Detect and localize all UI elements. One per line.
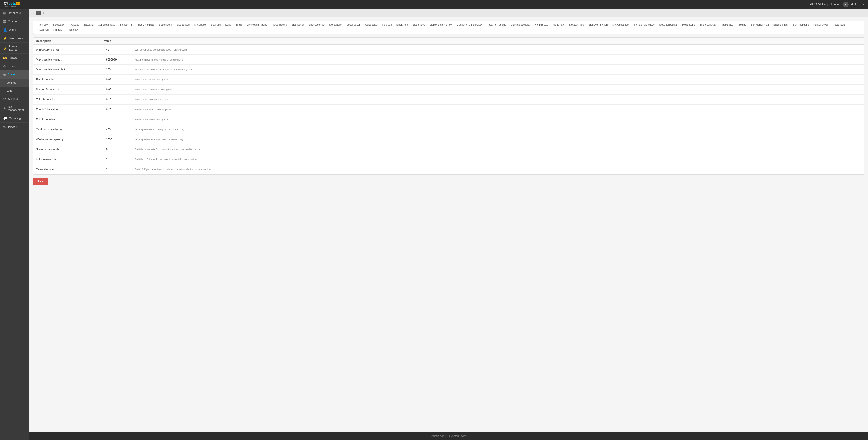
sidebar-item-dashboard[interactable]: ⊞ Dashboard ›: [0, 9, 29, 18]
col-header-val: Value: [104, 39, 861, 42]
sidebar-item-content[interactable]: ☰ Content ›: [0, 18, 29, 26]
game-tab-caribbean-stud[interactable]: Caribbean Stud: [96, 23, 117, 27]
game-tab-royal-jacks[interactable]: Royal jacks: [831, 23, 847, 27]
game-tab-ultimate-baccarat[interactable]: Ultimate baccarat: [509, 23, 532, 27]
row-hint-first-fiche-value: Value of the first fiche in-game.: [131, 78, 861, 81]
sidebar-item-prematch-events[interactable]: ⚡ Prematch Events ›: [0, 42, 29, 54]
game-tab-gentlemens-blackjack[interactable]: Gentlemens BlackJack: [455, 23, 484, 27]
arrow-icon: ›: [26, 57, 26, 59]
input-show-game-credits[interactable]: [104, 147, 131, 152]
input-win-occurrence[interactable]: [104, 47, 131, 52]
sidebar-item-casino[interactable]: ◉ Casino ›: [0, 70, 29, 79]
risk-icon: ⚑: [3, 107, 6, 111]
game-tab-mega-keno[interactable]: Mega Keno: [680, 23, 696, 27]
game-tab-slot-hooligans[interactable]: Slot Hooligans: [791, 23, 811, 27]
game-tab-tiki-gold[interactable]: Tiki gold: [51, 28, 64, 32]
game-tab-mega-lotto[interactable]: Mega lotto: [551, 23, 566, 27]
input-max-possible-winning-bet[interactable]: [104, 67, 131, 72]
game-tab-slot-jackpot-star[interactable]: Slot Jackpot star: [657, 23, 679, 27]
sidebar-item-risk-management[interactable]: ⚑ Risk management ›: [0, 103, 29, 114]
game-tab-slot-money-man[interactable]: Slot Money man: [749, 23, 771, 27]
sidebar-item-live-events[interactable]: ⚡ Live Events ›: [0, 34, 29, 42]
game-tab-slot-soccer-3d[interactable]: Slot soccer 3D: [307, 23, 327, 27]
game-tab-scratch-fruit[interactable]: Scratch fruit: [118, 23, 135, 27]
game-tab-red-dog[interactable]: Red dog: [381, 23, 394, 27]
game-tab-slot-even-steven[interactable]: Slot Even Steven: [587, 23, 609, 27]
game-tab-royal-red[interactable]: Royal red: [36, 28, 50, 32]
game-tab-slot-ghost-rider[interactable]: Slot Ghost rider: [610, 23, 631, 27]
row-label-fifth-fiche-value: Fifth fiche value: [36, 118, 104, 121]
game-tab-bingo-bonanza[interactable]: Bingo bonanza: [698, 23, 718, 27]
input-card-turn-speed[interactable]: [104, 127, 131, 132]
row-hint-win-occurrence: Win occurrence percentage (100 = always …: [131, 48, 861, 51]
logo-subtitle: crypto casino: [4, 5, 20, 7]
game-tab-slot-space[interactable]: Slot space: [192, 23, 208, 27]
sidebar-item-reports[interactable]: 🏷 Reports ›: [0, 123, 29, 131]
game-tab-high-low[interactable]: High Low: [36, 23, 50, 27]
table-row: Second fiche valueValue of the second fi…: [33, 85, 864, 95]
game-tab-hasselguy[interactable]: Hasselguy: [65, 28, 80, 32]
settings-icon: ⚙: [3, 97, 6, 101]
game-tab-trotting[interactable]: Trotting: [736, 23, 748, 27]
table-row: Win/loose text speed (ms)Time speed dura…: [33, 134, 864, 145]
game-tab-blackjack[interactable]: BlackJack: [51, 23, 66, 27]
row-label-win-loose-text-speed: Win/loose text speed (ms): [36, 138, 104, 141]
input-win-loose-text-speed[interactable]: [104, 137, 131, 142]
game-tab-slot-zombie-hustle[interactable]: Slot Zombie hustle: [632, 23, 656, 27]
sidebar-item-finance[interactable]: ◎ Finance ›: [0, 62, 29, 70]
breadcrumb: ‹ ⌂ ›: [29, 9, 868, 17]
sidebar-collapse-btn[interactable]: ‹: [33, 11, 34, 15]
footer: Admin panel - Xybets88.com: [29, 432, 868, 440]
sidebar-item-settings[interactable]: ⚙ Settings ›: [0, 95, 29, 103]
game-tab-rabbit-race[interactable]: Rabbit race: [719, 23, 735, 27]
game-tab-slot-fruits[interactable]: Slot fruits: [209, 23, 223, 27]
arrow-icon: ›: [26, 47, 26, 50]
game-tab-greyhound-racing[interactable]: Greyhound Racing: [245, 23, 269, 27]
input-orientation-alert[interactable]: [104, 167, 131, 172]
game-tab-baccarat[interactable]: Baccarat: [82, 23, 95, 27]
dashboard-icon: ⊞: [3, 11, 6, 15]
casino-icon: ◉: [3, 73, 6, 76]
game-tab-jacks-poker[interactable]: Jacks poker: [363, 23, 380, 27]
sidebar-label-users: Users: [9, 28, 16, 32]
game-tab-diamond-high-or-low[interactable]: Diamond high or low: [428, 23, 454, 27]
input-first-fiche-value[interactable]: [104, 77, 131, 82]
game-tab-slot-pirates[interactable]: Slot pirates: [411, 23, 427, 27]
game-tab-slot-chicken[interactable]: Slot chicken: [157, 23, 174, 27]
game-tab-keno[interactable]: Keno: [223, 23, 233, 27]
input-fifth-fiche-value[interactable]: [104, 117, 131, 122]
game-tab-slot-soccer[interactable]: Slot soccer: [290, 23, 306, 27]
game-tab-royal-hot-roulette[interactable]: Royal hot roulette: [485, 23, 508, 27]
game-tab-no-limit-stud[interactable]: No limit stud: [533, 23, 550, 27]
game-tab-slot-arabian[interactable]: Slot arabian: [327, 23, 344, 27]
game-tab-slot-ramses[interactable]: Slot ramses: [175, 23, 191, 27]
game-tab-slot-christmas[interactable]: Slot Christmas: [136, 23, 156, 27]
tickets-icon: 🎫: [3, 56, 7, 60]
game-tab-bingo[interactable]: Bingo: [234, 23, 244, 27]
game-tab-horse-racing[interactable]: Horse Racing: [270, 23, 289, 27]
table-row: Orientation alertSet to 0 if you do not …: [33, 164, 864, 174]
input-third-fiche-value[interactable]: [104, 97, 131, 102]
row-label-third-fiche-value: Third fiche value: [36, 98, 104, 101]
input-fourth-fiche-value[interactable]: [104, 107, 131, 112]
game-tab-hustler-poker[interactable]: Hustler poker: [811, 23, 830, 27]
sidebar-item-casino-settings[interactable]: Settings: [0, 79, 29, 87]
topbar: XYbets88 crypto casino 08:32:00 Europe/L…: [0, 0, 868, 9]
input-fullscreen-mode[interactable]: [104, 157, 131, 162]
sidebar-label-prematch: Prematch Events: [9, 45, 26, 51]
input-max-possible-winnings[interactable]: [104, 57, 131, 62]
sidebar-item-casino-logs[interactable]: Logs: [0, 87, 29, 95]
game-tab-joker-poker[interactable]: Joker poker: [345, 23, 362, 27]
input-second-fiche-value[interactable]: [104, 87, 131, 92]
logout-icon[interactable]: ⇥: [861, 2, 864, 7]
sidebar-item-marketing[interactable]: 💬 Marketing ›: [0, 114, 29, 123]
sidebar-item-users[interactable]: 👤 Users ›: [0, 26, 29, 34]
game-tab-slot-knight[interactable]: Slot knight: [395, 23, 410, 27]
save-button[interactable]: Save: [33, 178, 48, 185]
home-icon[interactable]: ⌂: [36, 11, 41, 15]
game-tab-slot-red-light[interactable]: Slot Red light: [772, 23, 790, 27]
sidebar-item-tickets[interactable]: 🎫 Tickets ›: [0, 54, 29, 62]
sidebar-label-reports: Reports: [8, 125, 18, 128]
game-tab-roulettes[interactable]: Roulettes: [67, 23, 81, 27]
game-tab-slot-evil-fred[interactable]: Slot Evil Fred: [567, 23, 586, 27]
